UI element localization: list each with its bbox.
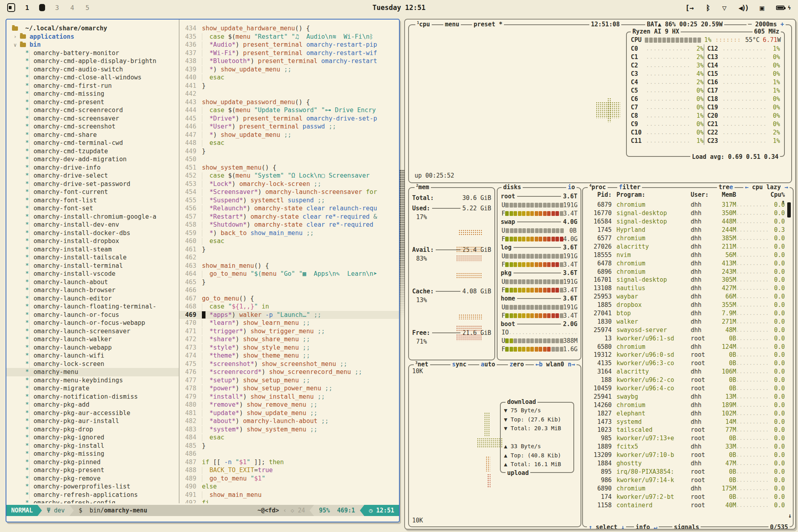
process-scrollbar[interactable]	[787, 202, 791, 218]
code-line[interactable]: 483*system*) show_system_menu ;;	[180, 425, 399, 434]
process-row[interactable]: 16584signal-desktopdhh448M..........0.0	[586, 218, 785, 226]
proc-box-title[interactable]: 4proc	[588, 184, 608, 191]
volume-icon[interactable]: ◀))	[739, 4, 748, 12]
tree-item[interactable]: *omarchy-pkg-pinned	[12, 458, 179, 467]
process-row[interactable]: 27041btopdhh7.9M..........0.0	[586, 309, 785, 318]
tree-item[interactable]: *omarchy-cmd-present	[12, 98, 179, 107]
code-line[interactable]: 492fi	[180, 499, 399, 503]
tree-item[interactable]: *omarchy-notification-dismiss	[12, 393, 179, 401]
tree-item[interactable]: *omarchy-pkg-add	[12, 401, 179, 409]
code-line[interactable]: 485}	[180, 442, 399, 450]
cpu-chip-icon[interactable]: ▣	[760, 4, 764, 12]
tree-item[interactable]: *omarchy-lock-screen	[12, 360, 179, 368]
process-row[interactable]: 986kworker/u97:14-kroot0B..........0.0	[586, 476, 785, 484]
zero-toggle[interactable]: zero	[508, 361, 525, 368]
workspace-1[interactable]: 1	[24, 4, 30, 12]
process-row[interactable]: 13209kworker/u97:10-broot0B..........0.0	[586, 451, 785, 459]
tree-item[interactable]: *omarchy-cmd-apple-display-brightn	[12, 57, 179, 65]
tree-item[interactable]: *omarchy-drive-set-password	[12, 180, 179, 188]
code-line[interactable]: 452case $(menu "System" "Ω Lock\n▢ Scree…	[180, 172, 399, 180]
tree-item[interactable]: *omarchy-install-vscode	[12, 270, 179, 278]
tree-item[interactable]: *omarchy-launch-screensaver	[12, 327, 179, 336]
process-row[interactable]: 6896chromiumdhh243M..........0.0	[586, 267, 785, 276]
tree-folder-bin[interactable]: ∨bin	[12, 41, 179, 49]
process-row[interactable]: 3164alacrittydhh106M..........0.0	[586, 368, 785, 376]
process-row[interactable]: 1158containerdroot40M..........0.0	[586, 501, 785, 509]
workspace-2-active[interactable]	[39, 4, 45, 11]
tree-item[interactable]: *omarchy-cmd-terminal-cwd	[12, 139, 179, 147]
mem-box-title[interactable]: 2mem	[415, 184, 431, 191]
code-line[interactable]: 464go_to_menu "$(menu "Go" "▦ Apps\n✎ Le…	[180, 270, 399, 278]
process-row[interactable]: 1473systemddhh14M..........0.0	[586, 417, 785, 426]
tree-item[interactable]: *omarchy-launch-editor	[12, 295, 179, 303]
code-line[interactable]: 471*trigger*) show_trigger_menu ;;	[180, 327, 399, 336]
tree-item[interactable]: *omarchy-launch-floating-terminal-	[12, 303, 179, 311]
tree-item[interactable]: *omarchy-pkg-aur-install	[12, 417, 179, 425]
process-row[interactable]: 14260chromiumdhh189M..........0.0	[586, 401, 785, 409]
tree-item[interactable]: *omarchy-cmd-close-all-windows	[12, 73, 179, 82]
code-line[interactable]: 462	[180, 253, 399, 262]
process-row[interactable]: 6879chromiumdhh317M..........0.0	[586, 201, 785, 209]
code-line[interactable]: 490else	[180, 483, 399, 491]
code-line[interactable]: 441}	[180, 82, 399, 90]
code-line[interactable]: 457*Restart*) omarchy-state clear re*-re…	[180, 213, 399, 221]
tree-item[interactable]: *omarchy-cmd-share	[12, 131, 179, 139]
code-line[interactable]: 460esac	[180, 237, 399, 245]
code-line[interactable]: 463show_main_menu() {	[180, 262, 399, 270]
code-line[interactable]: 454*Screensaver*) omarchy-launch-screens…	[180, 188, 399, 196]
interface-selector[interactable]: ←b wlan0 n→	[534, 361, 577, 368]
code-line[interactable]: 481*update*) show_update_menu ;;	[180, 409, 399, 417]
tree-item[interactable]: *omarchy-drive-select	[12, 172, 179, 180]
tree-item[interactable]: *omarchy-install-dev-env	[12, 221, 179, 229]
code-line[interactable]: 472*share*) show_share_menu ;;	[180, 335, 399, 344]
tree-item[interactable]: *omarchy-font-set	[12, 204, 179, 213]
code-line[interactable]: 438*Bluetooth*) present_terminal omarchy…	[180, 57, 399, 65]
code-line[interactable]: 482*about*) omarchy-launch-about ;;	[180, 417, 399, 425]
tree-item[interactable]: *omarchy-font-list	[12, 196, 179, 205]
net-box-title[interactable]: 3net	[414, 361, 430, 368]
code-line[interactable]: 474*theme*) show_theme_menu ;;	[180, 352, 399, 360]
tree-item[interactable]: *omarchy-cmd-screenrecord	[12, 106, 179, 115]
tree-item[interactable]: *omarchy-install-chromium-google-a	[12, 213, 179, 221]
screencast-icon[interactable]: [→	[685, 4, 694, 12]
process-row[interactable]: 19312kworker/u96:0-sdroot0B..........0.0	[586, 351, 785, 359]
process-row[interactable]: 174kworker/u97:2-btroot0B..........0.0	[586, 492, 785, 501]
tree-item[interactable]: *omarchy-install-docker-dbs	[12, 229, 179, 237]
tree-item[interactable]: *omarchy-refresh-config	[12, 499, 179, 503]
code-line[interactable]: 477*setup*) show_setup_menu ;;	[180, 376, 399, 385]
omarchy-logo-icon[interactable]	[7, 3, 15, 12]
process-row[interactable]: 16770signal-desktopdhh350M..........0.0	[586, 209, 785, 218]
battery-icon[interactable]	[776, 6, 784, 10]
code-line[interactable]: 467go_to_menu() {	[180, 295, 399, 303]
tree-item[interactable]: *omarchy-pkg-drop	[12, 425, 179, 434]
tree-root[interactable]: ~/.local/share/omarchy	[12, 24, 179, 33]
preset-button[interactable]: preset *	[472, 21, 504, 28]
update-interval-control[interactable]: ─ 2000ms +	[747, 21, 786, 28]
tree-item[interactable]: *omarchy-cmd-missing	[12, 90, 179, 98]
cpu-box-title[interactable]: 1cpu	[415, 21, 432, 28]
tree-item[interactable]: *omarchy-launch-browser	[12, 286, 179, 295]
process-row[interactable]: 16701signal-desktopdhh305M..........0.0	[586, 276, 785, 284]
tree-toggle-button[interactable]: tree	[717, 184, 735, 191]
code-line[interactable]: 478*power*) show_setup_power_menu ;;	[180, 384, 399, 393]
tree-item[interactable]: *omarchy-pkg-aur-accessible	[12, 409, 179, 417]
code-line[interactable]: 461}	[180, 245, 399, 254]
process-row[interactable]: 6577chromiumdhh385M..........0.0	[586, 234, 785, 243]
code-line[interactable]: 437*Wi-Fi*) present_terminal omarchy-res…	[180, 49, 399, 57]
tree-item[interactable]: *omarchy-install-steam	[12, 245, 179, 254]
code-line[interactable]: 465}	[180, 278, 399, 287]
select-hint[interactable]: ↑ select ↓	[587, 524, 626, 530]
signals-hint[interactable]: signals	[672, 524, 701, 530]
tree-item[interactable]: *omarchy-install-tailscale	[12, 253, 179, 262]
code-line[interactable]: 486	[180, 450, 399, 458]
workspace-4[interactable]: 4	[69, 4, 75, 12]
workspace-3[interactable]: 3	[54, 4, 60, 12]
code-line[interactable]: 445*Drive*) present_terminal omarchy-dri…	[180, 115, 399, 123]
process-row[interactable]: 6890chromiumdhh175M..........0.0	[586, 484, 785, 492]
code-line[interactable]: 455*Suspend*) systemctl suspend ;;	[180, 196, 399, 205]
code-line[interactable]: 442	[180, 90, 399, 98]
interval-plus-button[interactable]: +	[780, 21, 784, 28]
code-line[interactable]: 469*apps*) walker -p "Launch…" ;;	[180, 311, 399, 319]
code-line[interactable]: 456*Relaunch*) omarchy-state clear relau…	[180, 204, 399, 213]
code-line[interactable]: 458*Shutdown*) omarchy-state clear re*-r…	[180, 221, 399, 229]
